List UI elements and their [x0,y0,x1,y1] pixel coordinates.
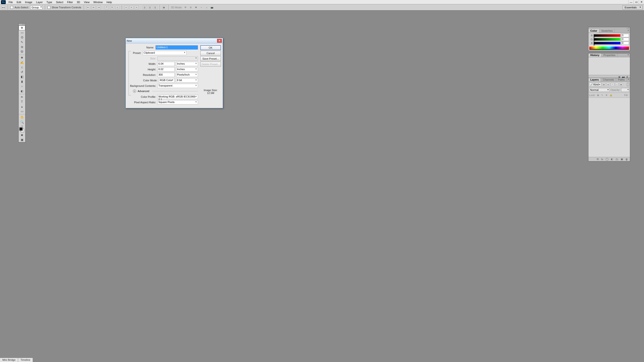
tab-timeline[interactable]: Timeline [18,358,33,362]
panel-menu-icon[interactable]: ≡ [626,29,630,33]
panel-menu-icon[interactable]: ≡ [627,78,630,82]
tab-properties[interactable]: Properties [602,54,618,57]
layer-mask-icon[interactable]: ◯ [606,158,608,161]
tab-mini-bridge[interactable]: Mini Bridge [0,358,18,362]
distribute-left-icon[interactable]: ||| [143,6,147,9]
foreground-color-swatch[interactable] [19,127,23,131]
quick-mask-tool[interactable]: ◙ [18,132,25,137]
align-bottom-icon[interactable]: ⤓ [116,6,119,9]
show-transform-checkbox[interactable] [48,6,50,9]
pen-tool[interactable]: ✒ [18,95,25,100]
blur-tool[interactable]: ○ [18,84,25,89]
dialog-close-button[interactable]: ✕ [217,39,222,43]
b-value[interactable]: 0 [621,42,629,45]
filter-kind-dropdown[interactable]: 🔎Kind▾ [589,82,601,86]
screen-mode-tool[interactable]: ▣ [18,137,25,142]
r-value[interactable]: 0 [621,34,629,37]
lock-all-icon[interactable]: 🔒 [609,94,612,97]
preset-dropdown[interactable]: Clipboard [143,51,186,55]
cancel-button[interactable]: Cancel [200,51,221,56]
lock-pixels-icon[interactable]: ✎ [600,94,604,97]
close-icon[interactable]: ✕ [628,27,630,29]
align-left-icon[interactable]: ⇤ [86,6,90,9]
align-right-icon[interactable]: ⇥ [97,6,101,9]
g-slider[interactable] [594,38,620,40]
width-input[interactable]: 6.04 [158,62,174,66]
blend-mode-dropdown[interactable]: Normal [589,88,610,92]
menu-filter[interactable]: Filter [65,0,75,4]
distribute-hcenter-icon[interactable]: ||| [148,6,152,9]
minimize-button[interactable]: — [628,0,634,4]
menu-window[interactable]: Window [91,0,104,4]
color-spectrum[interactable] [590,46,629,50]
filter-smart-icon[interactable]: ▣ [620,83,623,86]
menu-type[interactable]: Type [44,0,54,4]
pixelaspect-dropdown[interactable]: Square Pixels [158,100,198,104]
align-center-h-icon[interactable]: ⇔ [92,6,96,9]
auto-select-target-dropdown[interactable]: Group [30,6,42,9]
height-input[interactable]: 8.02 [158,67,174,72]
swap-colors-icon[interactable]: ⤭ [18,124,25,127]
colorprofile-dropdown[interactable]: Working RGB: sRGB IEC61966-2.1 [158,95,198,99]
collapse-icon[interactable]: « [22,24,23,25]
distribute-vcenter-icon[interactable]: ≡ [130,6,133,9]
3d-orbit-icon[interactable]: ⟳ [184,6,188,9]
crop-tool[interactable]: ⧉ [18,44,25,49]
filter-toggle[interactable] [627,83,629,86]
bitdepth-dropdown[interactable]: 8 bit [176,78,198,82]
width-unit-dropdown[interactable]: Inches [176,62,198,66]
zoom-tool[interactable]: 🔍 [18,120,25,124]
distribute-right-icon[interactable]: ||| [153,6,157,9]
path-select-tool[interactable]: ▴ [18,104,25,109]
g-value[interactable]: 0 [621,38,629,41]
history-brush-tool[interactable]: ↺ [18,70,25,74]
gradient-tool[interactable]: ▮ [18,79,25,84]
height-unit-dropdown[interactable]: Inches [176,67,198,72]
auto-align-icon[interactable]: ▦ [162,6,166,9]
dialog-titlebar[interactable]: New ✕ [126,38,223,44]
opacity-input[interactable] [621,88,629,92]
tab-paths[interactable]: Paths [616,78,627,82]
color-swatches[interactable] [18,127,25,132]
advanced-toggle-icon[interactable]: « [133,90,136,93]
name-input[interactable]: Untitled-1 [156,45,198,50]
tab-swatches[interactable]: Swatches [600,29,615,33]
menu-view[interactable]: View [82,0,92,4]
menu-edit[interactable]: Edit [15,0,23,4]
tab-color[interactable]: Color [588,29,600,33]
move-tool[interactable]: ✥ [18,26,25,30]
workspace-selector[interactable]: Essentials [622,5,642,10]
tab-channels[interactable]: Channels [601,78,616,82]
lasso-tool[interactable]: ʘ [18,35,25,40]
filter-adjust-icon[interactable]: ◐ [606,83,610,86]
3d-slide-icon[interactable]: ↔ [200,6,203,9]
brush-tool[interactable]: ✍ [18,60,25,65]
marquee-tool[interactable]: ▭ [18,30,25,35]
clone-stamp-tool[interactable]: ⎌ [18,65,25,70]
link-layers-icon[interactable]: ⧉ [597,158,599,161]
filter-type-icon[interactable]: T [611,83,614,86]
layer-style-icon[interactable]: fx [601,158,603,161]
lock-position-icon[interactable]: ✥ [605,94,608,97]
move-tool-preset-icon[interactable]: ▸◂ [2,6,5,9]
lock-transparency-icon[interactable]: ▦ [596,94,600,97]
close-icon[interactable]: ✕ [23,24,25,26]
adjustment-layer-icon[interactable]: ◐ [611,158,613,161]
3d-roll-icon[interactable]: ⊙ [189,6,193,9]
ok-button[interactable]: OK [200,45,221,50]
healing-brush-tool[interactable]: ✚ [18,55,25,60]
eraser-tool[interactable]: ◧ [18,74,25,79]
3d-zoom-icon[interactable]: ⌕ [205,6,208,9]
trash-icon[interactable]: 🗑 [626,158,628,161]
align-center-v-icon[interactable]: ⇕ [110,6,114,9]
new-layer-icon[interactable]: ▣ [621,158,623,161]
bgcontents-dropdown[interactable]: Transparent [158,84,198,88]
resolution-input[interactable]: 300 [158,73,174,77]
eyedropper-tool[interactable]: ⦿ [18,49,25,54]
align-top-icon[interactable]: ⤒ [105,6,109,9]
distribute-top-icon[interactable]: ≡ [124,6,128,9]
tab-history[interactable]: History [588,54,602,57]
delete-preset-button[interactable]: Delete Preset... [200,62,221,66]
tab-layers[interactable]: Layers [588,78,601,82]
3d-pan-icon[interactable]: ✥ [194,6,198,9]
